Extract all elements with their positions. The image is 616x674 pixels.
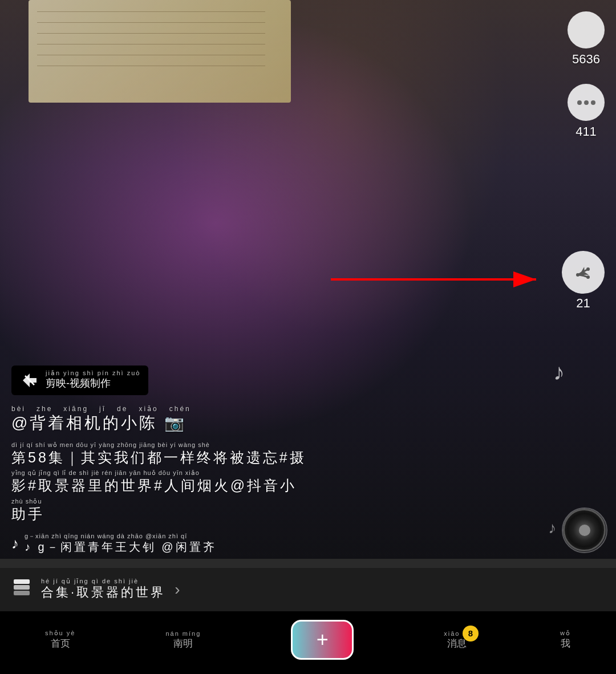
svg-rect-8 (14, 585, 30, 590)
capcut-label: jiǎn yìng shì pín zhì zuò 剪映-视频制作 (46, 370, 140, 390)
capcut-logo-icon (19, 370, 40, 391)
album-disc[interactable] (563, 509, 606, 551)
svg-rect-7 (14, 579, 30, 584)
svg-point-2 (576, 273, 579, 277)
share-count: 21 (576, 296, 590, 311)
nav-profile[interactable]: wǒ 我 (560, 630, 571, 650)
collection-chevron-right-icon: › (175, 580, 180, 599)
messages-label: 消息 (447, 637, 467, 650)
discover-pinyin: nán míng (165, 630, 201, 637)
capcut-badge[interactable]: jiǎn yìng shì pín zhì zuò 剪映-视频制作 (11, 366, 148, 395)
tiktok-logo-icon: ♪ (11, 535, 19, 553)
album-disc-center (579, 525, 590, 536)
collection-icon (11, 577, 32, 602)
svg-point-0 (586, 267, 590, 271)
paper-document (29, 0, 291, 103)
content-area: jiǎn yìng shì pín zhì zuò 剪映-视频制作 bèi zh… (0, 366, 553, 555)
nav-add-button[interactable]: + (291, 620, 354, 660)
messages-badge: 8 (463, 626, 479, 641)
comment-count: 411 (576, 124, 597, 139)
svg-rect-9 (14, 591, 30, 595)
like-count: 5636 (572, 52, 600, 67)
collection-text: hé jí qǔ jǐng qì de shì jiè 合集·取景器的世界 (41, 578, 165, 601)
add-icon[interactable]: + (291, 620, 354, 660)
comment-icon (568, 84, 605, 121)
like-icon: ♡ (568, 11, 605, 48)
share-icon (562, 251, 605, 294)
comment-button[interactable]: 411 (568, 84, 605, 139)
video-description: dì jí qí shí wǒ men dōu yī yàng zhōng ji… (11, 442, 542, 523)
like-button[interactable]: ♡ 5636 (568, 11, 605, 67)
collection-bar[interactable]: hé jí qǔ jǐng qì de shì jiè 合集·取景器的世界 › (0, 568, 616, 611)
music-note-icon: ♪ (553, 359, 565, 385)
svg-point-1 (586, 275, 590, 279)
user-mention[interactable]: bèi zhe xiāng jī de xiǎo chén @背着相机的小陈 📷 (11, 405, 542, 434)
profile-pinyin: wǒ (560, 630, 571, 637)
nav-discover[interactable]: nán míng 南明 (165, 630, 201, 650)
add-plus-icon: + (317, 628, 329, 652)
right-action-panel: ♡ 5636 411 (568, 11, 605, 139)
bottom-navigation: shǒu yè 首页 nán míng 南明 + xiāo xī 消息 8 wǒ… (0, 611, 616, 674)
home-label: 首页 (51, 637, 70, 650)
share-button[interactable]: 21 (562, 251, 605, 311)
nav-messages[interactable]: xiāo xī 消息 8 (444, 630, 470, 650)
home-pinyin: shǒu yè (45, 630, 75, 637)
nav-home[interactable]: shǒu yè 首页 (45, 630, 75, 650)
discover-label: 南明 (173, 637, 193, 650)
music-info[interactable]: ♪ g－xiān zhì qīng nián wáng dà zhāo @xiā… (11, 533, 542, 554)
profile-label: 我 (561, 637, 570, 650)
